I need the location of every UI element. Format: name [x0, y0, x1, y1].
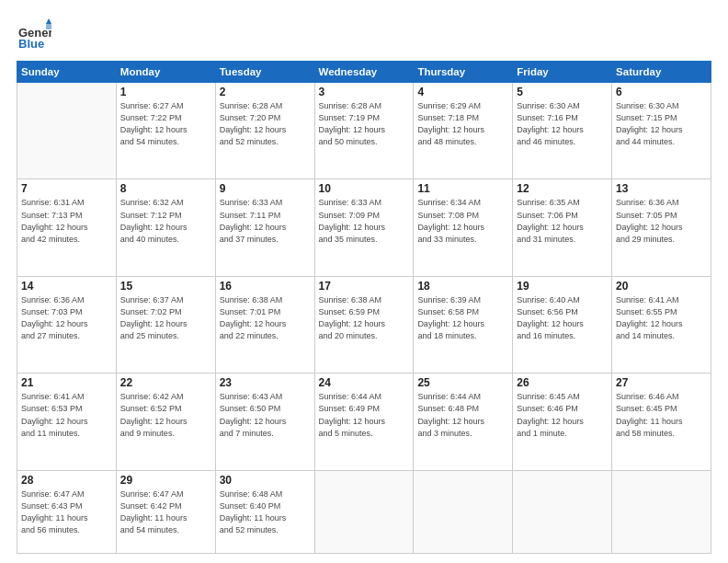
day-info: Sunrise: 6:34 AM Sunset: 7:08 PM Dayligh…	[417, 197, 508, 245]
calendar-cell: 5Sunrise: 6:30 AM Sunset: 7:16 PM Daylig…	[513, 83, 612, 179]
calendar-cell: 20Sunrise: 6:41 AM Sunset: 6:55 PM Dayli…	[612, 276, 711, 373]
day-info: Sunrise: 6:43 AM Sunset: 6:50 PM Dayligh…	[220, 391, 311, 439]
day-number: 19	[517, 280, 608, 293]
day-number: 7	[21, 182, 112, 195]
weekday-wednesday: Wednesday	[314, 62, 414, 83]
day-number: 8	[120, 182, 211, 195]
calendar-cell: 29Sunrise: 6:47 AM Sunset: 6:42 PM Dayli…	[116, 470, 215, 553]
calendar-cell	[612, 470, 711, 553]
day-info: Sunrise: 6:27 AM Sunset: 7:22 PM Dayligh…	[120, 100, 211, 148]
calendar-cell: 9Sunrise: 6:33 AM Sunset: 7:11 PM Daylig…	[215, 179, 314, 276]
day-info: Sunrise: 6:48 AM Sunset: 6:40 PM Dayligh…	[220, 488, 311, 536]
logo-icon: General Blue	[17, 17, 51, 52]
day-info: Sunrise: 6:40 AM Sunset: 6:56 PM Dayligh…	[517, 294, 608, 342]
calendar-cell: 3Sunrise: 6:28 AM Sunset: 7:19 PM Daylig…	[314, 83, 414, 179]
day-number: 22	[120, 376, 211, 389]
calendar-cell: 25Sunrise: 6:44 AM Sunset: 6:48 PM Dayli…	[414, 373, 513, 470]
weekday-tuesday: Tuesday	[215, 62, 314, 83]
header: General Blue	[17, 17, 711, 52]
day-number: 3	[319, 86, 410, 98]
day-info: Sunrise: 6:36 AM Sunset: 7:05 PM Dayligh…	[616, 197, 707, 245]
day-number: 25	[417, 376, 508, 389]
day-info: Sunrise: 6:41 AM Sunset: 6:55 PM Dayligh…	[616, 294, 707, 342]
calendar-cell: 8Sunrise: 6:32 AM Sunset: 7:12 PM Daylig…	[116, 179, 215, 276]
calendar-cell: 15Sunrise: 6:37 AM Sunset: 7:02 PM Dayli…	[116, 276, 215, 373]
day-info: Sunrise: 6:44 AM Sunset: 6:48 PM Dayligh…	[417, 391, 508, 439]
day-info: Sunrise: 6:33 AM Sunset: 7:11 PM Dayligh…	[220, 197, 311, 245]
calendar-cell: 27Sunrise: 6:46 AM Sunset: 6:45 PM Dayli…	[612, 373, 711, 470]
calendar-cell	[513, 470, 612, 553]
page: General Blue SundayMondayTuesdayWednesda…	[0, 0, 728, 563]
day-number: 16	[220, 280, 311, 293]
day-number: 21	[21, 376, 112, 389]
day-number: 13	[616, 182, 707, 195]
calendar-cell: 2Sunrise: 6:28 AM Sunset: 7:20 PM Daylig…	[215, 83, 314, 179]
calendar-cell: 13Sunrise: 6:36 AM Sunset: 7:05 PM Dayli…	[612, 179, 711, 276]
day-number: 20	[616, 280, 707, 293]
calendar-cell: 30Sunrise: 6:48 AM Sunset: 6:40 PM Dayli…	[215, 470, 314, 553]
day-number: 30	[220, 474, 311, 487]
day-number: 5	[517, 86, 608, 98]
calendar-cell: 10Sunrise: 6:33 AM Sunset: 7:09 PM Dayli…	[314, 179, 414, 276]
weekday-sunday: Sunday	[17, 62, 117, 83]
day-info: Sunrise: 6:42 AM Sunset: 6:52 PM Dayligh…	[120, 391, 211, 439]
calendar-cell: 24Sunrise: 6:44 AM Sunset: 6:49 PM Dayli…	[314, 373, 414, 470]
week-row-1: 1Sunrise: 6:27 AM Sunset: 7:22 PM Daylig…	[17, 83, 711, 179]
svg-marker-3	[46, 24, 51, 29]
day-number: 14	[21, 280, 112, 293]
day-info: Sunrise: 6:47 AM Sunset: 6:43 PM Dayligh…	[21, 488, 112, 536]
day-number: 11	[417, 182, 508, 195]
week-row-2: 7Sunrise: 6:31 AM Sunset: 7:13 PM Daylig…	[17, 179, 711, 276]
day-info: Sunrise: 6:44 AM Sunset: 6:49 PM Dayligh…	[319, 391, 410, 439]
day-number: 9	[220, 182, 311, 195]
day-info: Sunrise: 6:28 AM Sunset: 7:19 PM Dayligh…	[319, 100, 410, 148]
day-info: Sunrise: 6:46 AM Sunset: 6:45 PM Dayligh…	[616, 391, 707, 439]
day-info: Sunrise: 6:37 AM Sunset: 7:02 PM Dayligh…	[120, 294, 211, 342]
day-number: 2	[220, 86, 311, 98]
day-number: 6	[616, 86, 707, 98]
day-info: Sunrise: 6:47 AM Sunset: 6:42 PM Dayligh…	[120, 488, 211, 536]
calendar-cell: 28Sunrise: 6:47 AM Sunset: 6:43 PM Dayli…	[17, 470, 117, 553]
calendar-cell: 23Sunrise: 6:43 AM Sunset: 6:50 PM Dayli…	[215, 373, 314, 470]
day-number: 17	[319, 280, 410, 293]
weekday-friday: Friday	[513, 62, 612, 83]
day-number: 26	[517, 376, 608, 389]
day-number: 28	[21, 474, 112, 487]
day-number: 24	[319, 376, 410, 389]
calendar-cell	[414, 470, 513, 553]
calendar-cell: 1Sunrise: 6:27 AM Sunset: 7:22 PM Daylig…	[116, 83, 215, 179]
day-info: Sunrise: 6:38 AM Sunset: 7:01 PM Dayligh…	[220, 294, 311, 342]
day-info: Sunrise: 6:36 AM Sunset: 7:03 PM Dayligh…	[21, 294, 112, 342]
calendar-cell: 6Sunrise: 6:30 AM Sunset: 7:15 PM Daylig…	[612, 83, 711, 179]
day-info: Sunrise: 6:33 AM Sunset: 7:09 PM Dayligh…	[319, 197, 410, 245]
day-number: 29	[120, 474, 211, 487]
day-info: Sunrise: 6:29 AM Sunset: 7:18 PM Dayligh…	[417, 100, 508, 148]
day-number: 27	[616, 376, 707, 389]
day-info: Sunrise: 6:30 AM Sunset: 7:15 PM Dayligh…	[616, 100, 707, 148]
day-info: Sunrise: 6:30 AM Sunset: 7:16 PM Dayligh…	[517, 100, 608, 148]
calendar-cell: 19Sunrise: 6:40 AM Sunset: 6:56 PM Dayli…	[513, 276, 612, 373]
week-row-4: 21Sunrise: 6:41 AM Sunset: 6:53 PM Dayli…	[17, 373, 711, 470]
weekday-thursday: Thursday	[414, 62, 513, 83]
svg-text:Blue: Blue	[18, 37, 44, 51]
calendar-cell	[17, 83, 117, 179]
weekday-monday: Monday	[116, 62, 215, 83]
day-info: Sunrise: 6:35 AM Sunset: 7:06 PM Dayligh…	[517, 197, 608, 245]
weekday-saturday: Saturday	[612, 62, 711, 83]
calendar-cell: 4Sunrise: 6:29 AM Sunset: 7:18 PM Daylig…	[414, 83, 513, 179]
week-row-3: 14Sunrise: 6:36 AM Sunset: 7:03 PM Dayli…	[17, 276, 711, 373]
svg-marker-2	[46, 18, 51, 24]
calendar-cell: 17Sunrise: 6:38 AM Sunset: 6:59 PM Dayli…	[314, 276, 414, 373]
calendar-cell: 22Sunrise: 6:42 AM Sunset: 6:52 PM Dayli…	[116, 373, 215, 470]
weekday-header-row: SundayMondayTuesdayWednesdayThursdayFrid…	[17, 62, 711, 83]
day-number: 23	[220, 376, 311, 389]
day-info: Sunrise: 6:31 AM Sunset: 7:13 PM Dayligh…	[21, 197, 112, 245]
day-number: 12	[517, 182, 608, 195]
calendar-cell: 26Sunrise: 6:45 AM Sunset: 6:46 PM Dayli…	[513, 373, 612, 470]
day-number: 15	[120, 280, 211, 293]
calendar-cell: 18Sunrise: 6:39 AM Sunset: 6:58 PM Dayli…	[414, 276, 513, 373]
calendar-table: SundayMondayTuesdayWednesdayThursdayFrid…	[17, 61, 711, 554]
calendar-cell: 16Sunrise: 6:38 AM Sunset: 7:01 PM Dayli…	[215, 276, 314, 373]
calendar-cell	[314, 470, 414, 553]
calendar-cell: 14Sunrise: 6:36 AM Sunset: 7:03 PM Dayli…	[17, 276, 117, 373]
